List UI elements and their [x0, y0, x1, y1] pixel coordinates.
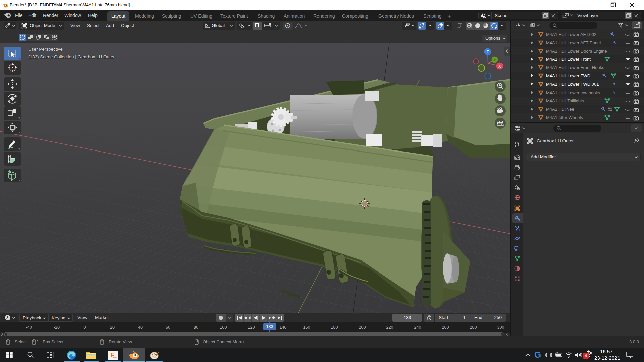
svg-text:Y: Y: [493, 58, 496, 62]
svg-text:Z: Z: [486, 50, 489, 54]
svg-text:X: X: [498, 64, 501, 69]
